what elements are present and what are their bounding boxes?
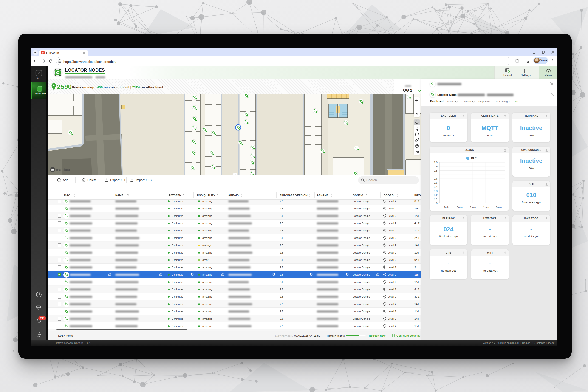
svg-text:BLE: BLE: [471, 156, 476, 160]
svg-text:-4min: -4min: [443, 206, 450, 209]
svg-text:-2min: -2min: [469, 206, 476, 209]
svg-text:0.9: 0.9: [434, 165, 438, 168]
svg-text:m: m: [51, 168, 54, 172]
svg-text:0.6: 0.6: [434, 177, 438, 180]
svg-text:0.7: 0.7: [434, 173, 438, 176]
svg-text:mapbox: mapbox: [56, 168, 70, 172]
svg-text:0.1: 0.1: [434, 198, 438, 200]
svg-text:0.4: 0.4: [434, 186, 438, 188]
svg-text:0min: 0min: [496, 206, 502, 209]
svg-text:0.8: 0.8: [434, 169, 438, 172]
svg-text:0.2: 0.2: [434, 194, 438, 196]
svg-text:0.5: 0.5: [434, 182, 438, 184]
svg-text:0: 0: [436, 202, 438, 204]
svg-text:-1min: -1min: [482, 206, 489, 209]
svg-text:1.0: 1.0: [434, 161, 438, 164]
svg-text:-3min: -3min: [456, 206, 462, 209]
svg-text:0.3: 0.3: [434, 190, 438, 192]
